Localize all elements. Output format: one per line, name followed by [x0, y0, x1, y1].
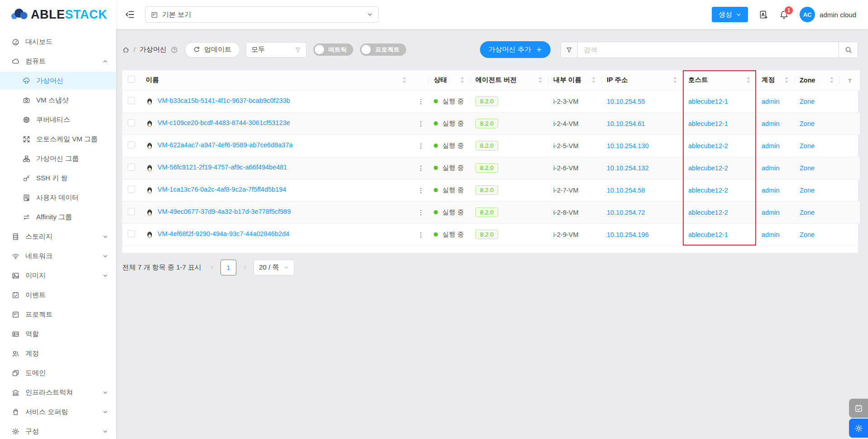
column-header-zone[interactable]: Zone	[800, 77, 815, 84]
sidebar-item-images[interactable]: 이미지	[0, 266, 116, 285]
row-checkbox[interactable]	[128, 97, 135, 104]
language-icon[interactable]	[759, 10, 768, 19]
row-actions-button[interactable]	[417, 186, 424, 194]
next-page-button[interactable]: ›	[241, 263, 249, 272]
column-header-ip[interactable]: IP 주소	[607, 76, 628, 84]
host-link[interactable]: ablecube12-2	[688, 142, 728, 150]
sort-icon[interactable]	[746, 77, 751, 83]
column-header-account[interactable]: 계정	[762, 76, 775, 84]
prev-page-button[interactable]: ‹	[208, 263, 216, 272]
account-link[interactable]: admin	[762, 231, 780, 238]
vm-name-link[interactable]: VM-622a4ac7-a947-4ef6-9589-ab7ce6d8a37a	[158, 141, 293, 149]
column-header-agent-version[interactable]: 에이전트 버전	[475, 76, 517, 84]
row-checkbox[interactable]	[128, 208, 135, 215]
sidebar-collapse-icon[interactable]	[125, 10, 135, 19]
sort-icon[interactable]	[830, 77, 834, 83]
events-drawer-button[interactable]	[849, 399, 868, 418]
sidebar-item-domains[interactable]: 도메인	[0, 364, 116, 382]
ip-address-link[interactable]: 10.10.254.72	[607, 209, 645, 216]
sidebar-item-autoscale-vm-groups[interactable]: 오토스케일 VM 그룹	[0, 130, 116, 148]
sidebar-item-service-offerings[interactable]: 서비스 오퍼링	[0, 403, 116, 421]
page-size-select[interactable]: 20 / 쪽	[254, 260, 294, 275]
vm-name-link[interactable]: VM-4ef68f2f-9290-494a-93c7-44a02846b2d4	[158, 230, 289, 237]
add-vm-button[interactable]: 가상머신 추가	[480, 41, 551, 58]
sidebar-item-vm-snapshots[interactable]: VM 스냅샷	[0, 91, 116, 109]
column-header-host[interactable]: 호스트	[688, 76, 708, 84]
sidebar-item-user-data[interactable]: 사용자 데이터	[0, 188, 116, 207]
zone-link[interactable]: Zone	[800, 187, 815, 194]
account-link[interactable]: admin	[762, 142, 780, 150]
row-checkbox[interactable]	[128, 186, 135, 193]
sidebar-item-affinity-groups[interactable]: Affinity 그룹	[0, 208, 116, 226]
sidebar-item-network[interactable]: 네트워크	[0, 247, 116, 265]
row-actions-button[interactable]	[417, 231, 424, 238]
column-header-name[interactable]: 이름	[146, 76, 159, 84]
search-input[interactable]	[578, 42, 839, 58]
column-header-internal-name[interactable]: 내부 이름	[553, 76, 581, 84]
sort-icon[interactable]	[673, 77, 677, 83]
sort-icon[interactable]	[538, 77, 542, 83]
sort-icon[interactable]	[460, 77, 465, 83]
ip-address-link[interactable]: 10.10.254.61	[607, 120, 645, 127]
user-menu[interactable]: AC admin cloud	[800, 7, 856, 22]
zone-link[interactable]: Zone	[800, 231, 815, 238]
create-button[interactable]: 생성	[712, 7, 748, 22]
host-link[interactable]: ablecube12-2	[688, 164, 728, 172]
logo[interactable]: ABLESTACK	[0, 0, 116, 29]
ip-address-link[interactable]: 10.10.254.130	[607, 142, 649, 150]
sort-icon[interactable]	[402, 77, 407, 83]
column-header-status[interactable]: 상태	[434, 76, 447, 84]
sidebar-item-infrastructure[interactable]: 인프라스트럭쳐	[0, 383, 116, 401]
column-settings-filter-icon[interactable]	[847, 77, 853, 84]
row-checkbox[interactable]	[128, 119, 135, 126]
sidebar-item-vm-groups[interactable]: 가상머신 그룹	[0, 150, 116, 168]
sidebar-item-dashboard[interactable]: 대시보드	[0, 33, 116, 51]
host-link[interactable]: ablecube12-1	[688, 120, 728, 127]
project-view-select[interactable]: 기본 보기	[145, 6, 379, 23]
select-all-checkbox[interactable]	[128, 76, 135, 83]
account-link[interactable]: admin	[762, 187, 780, 194]
vm-name-link[interactable]: VM-b33ca15b-5141-4f1c-9637-bcab9c0f233b	[158, 97, 290, 104]
host-link[interactable]: ablecube12-1	[688, 231, 728, 238]
vm-name-link[interactable]: VM-1ca13c76-0a2c-4af8-9c2a-7f5ff4d5b194	[158, 186, 286, 193]
row-actions-button[interactable]	[417, 120, 424, 127]
search-button[interactable]	[839, 42, 858, 58]
zone-link[interactable]: Zone	[800, 120, 815, 127]
filter-select[interactable]: 모두	[246, 42, 307, 58]
sidebar-item-virtual-machines[interactable]: 가상머신	[0, 72, 116, 90]
account-link[interactable]: admin	[762, 120, 780, 127]
vm-name-link[interactable]: VM-49ec0677-37d9-4a32-b17d-3e778f5cf989	[158, 208, 291, 215]
page-number-1[interactable]: 1	[221, 260, 236, 275]
account-link[interactable]: admin	[762, 164, 780, 172]
row-actions-button[interactable]	[417, 142, 424, 150]
sidebar-item-projects[interactable]: 프로젝트	[0, 305, 116, 323]
sidebar-item-events[interactable]: 이벤트	[0, 286, 116, 304]
sort-icon[interactable]	[784, 77, 789, 83]
sort-icon[interactable]	[591, 77, 596, 83]
row-actions-button[interactable]	[417, 208, 424, 216]
settings-button[interactable]	[849, 419, 868, 438]
row-actions-button[interactable]	[417, 97, 424, 105]
host-link[interactable]: ablecube12-2	[688, 209, 728, 216]
account-link[interactable]: admin	[762, 98, 780, 105]
host-link[interactable]: ablecube12-2	[688, 187, 728, 194]
search-filter-icon[interactable]	[561, 42, 578, 58]
home-icon[interactable]	[122, 46, 129, 53]
row-checkbox[interactable]	[128, 164, 135, 171]
sidebar-item-ssh-key-pairs[interactable]: SSH 키 쌍	[0, 169, 116, 187]
metrics-toggle[interactable]: 메트릭	[313, 43, 354, 56]
vm-name-link[interactable]: VM-c109ce20-bcdf-4483-8744-3061cf53123e	[158, 119, 290, 126]
zone-link[interactable]: Zone	[800, 142, 815, 150]
row-actions-button[interactable]	[417, 164, 424, 172]
sidebar-item-compute[interactable]: 컴퓨트	[0, 52, 116, 70]
row-checkbox[interactable]	[128, 141, 135, 149]
refresh-button[interactable]: 업데이트	[185, 42, 240, 58]
sidebar-item-roles[interactable]: 역할	[0, 325, 116, 343]
zone-link[interactable]: Zone	[800, 98, 815, 105]
ip-address-link[interactable]: 10.10.254.55	[607, 98, 645, 105]
account-link[interactable]: admin	[762, 209, 780, 216]
ip-address-link[interactable]: 10.10.254.196	[607, 231, 649, 238]
ip-address-link[interactable]: 10.10.254.132	[607, 164, 649, 172]
host-link[interactable]: ablecube12-1	[688, 98, 728, 105]
sidebar-item-accounts[interactable]: 계정	[0, 344, 116, 362]
